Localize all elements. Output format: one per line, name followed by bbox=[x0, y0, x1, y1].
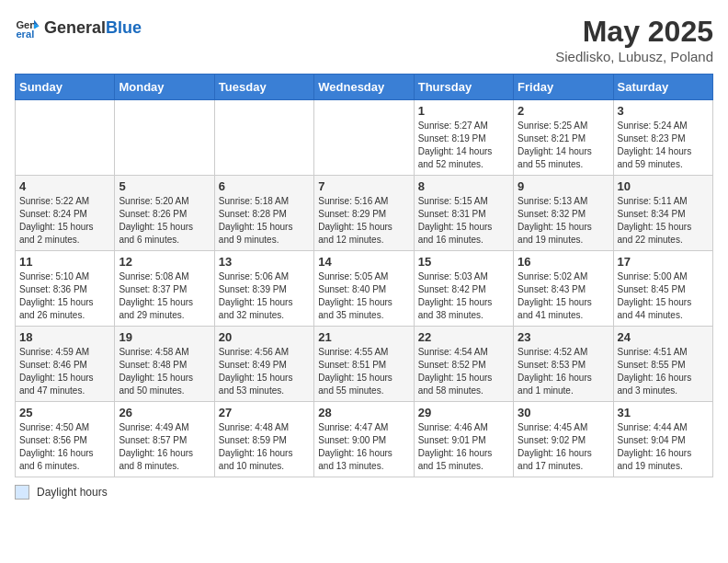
calendar-week-row: 4 Sunrise: 5:22 AMSunset: 8:24 PMDayligh… bbox=[16, 176, 713, 251]
table-row: 2 Sunrise: 5:25 AMSunset: 8:21 PMDayligh… bbox=[514, 100, 613, 176]
header-saturday: Saturday bbox=[613, 75, 712, 100]
day-info: Sunrise: 5:15 AMSunset: 8:31 PMDaylight:… bbox=[418, 195, 509, 247]
day-number: 1 bbox=[418, 104, 509, 118]
table-row: 8 Sunrise: 5:15 AMSunset: 8:31 PMDayligh… bbox=[414, 176, 513, 251]
svg-text:eral: eral bbox=[16, 29, 34, 40]
legend-box bbox=[15, 485, 29, 500]
table-row: 9 Sunrise: 5:13 AMSunset: 8:32 PMDayligh… bbox=[514, 176, 613, 251]
table-row: 19 Sunrise: 4:58 AMSunset: 8:48 PMDaylig… bbox=[115, 327, 214, 402]
table-row bbox=[214, 100, 313, 176]
footer: Daylight hours bbox=[15, 485, 713, 500]
header-friday: Friday bbox=[514, 75, 613, 100]
table-row bbox=[314, 100, 414, 176]
day-info: Sunrise: 5:08 AMSunset: 8:37 PMDaylight:… bbox=[119, 270, 210, 322]
day-info: Sunrise: 5:24 AMSunset: 8:23 PMDaylight:… bbox=[618, 120, 709, 171]
table-row: 27 Sunrise: 4:48 AMSunset: 8:59 PMDaylig… bbox=[214, 402, 313, 477]
table-row: 17 Sunrise: 5:00 AMSunset: 8:45 PMDaylig… bbox=[613, 251, 712, 327]
day-number: 18 bbox=[19, 330, 110, 344]
day-number: 10 bbox=[618, 179, 709, 193]
table-row: 6 Sunrise: 5:18 AMSunset: 8:28 PMDayligh… bbox=[214, 176, 313, 251]
day-number: 30 bbox=[518, 406, 609, 419]
table-row bbox=[16, 100, 115, 176]
table-row: 11 Sunrise: 5:10 AMSunset: 8:36 PMDaylig… bbox=[16, 251, 115, 327]
logo-general: General bbox=[44, 18, 106, 37]
calendar-table: Sunday Monday Tuesday Wednesday Thursday… bbox=[15, 74, 713, 477]
header-tuesday: Tuesday bbox=[214, 75, 313, 100]
table-row: 20 Sunrise: 4:56 AMSunset: 8:49 PMDaylig… bbox=[214, 327, 313, 402]
table-row: 26 Sunrise: 4:49 AMSunset: 8:57 PMDaylig… bbox=[115, 402, 214, 477]
day-number: 28 bbox=[318, 406, 409, 419]
calendar-week-row: 11 Sunrise: 5:10 AMSunset: 8:36 PMDaylig… bbox=[16, 251, 713, 327]
table-row: 24 Sunrise: 4:51 AMSunset: 8:55 PMDaylig… bbox=[613, 327, 712, 402]
logo-icon: Gen eral bbox=[15, 15, 40, 40]
logo-blue: Blue bbox=[106, 18, 142, 37]
day-info: Sunrise: 5:00 AMSunset: 8:45 PMDaylight:… bbox=[618, 270, 709, 322]
day-number: 11 bbox=[19, 255, 110, 269]
table-row: 25 Sunrise: 4:50 AMSunset: 8:56 PMDaylig… bbox=[16, 402, 115, 477]
day-number: 31 bbox=[618, 406, 709, 419]
day-number: 14 bbox=[318, 255, 409, 269]
logo-text: GeneralBlue bbox=[44, 19, 142, 36]
table-row: 7 Sunrise: 5:16 AMSunset: 8:29 PMDayligh… bbox=[314, 176, 414, 251]
header-wednesday: Wednesday bbox=[314, 75, 414, 100]
day-number: 23 bbox=[518, 330, 609, 344]
day-number: 24 bbox=[618, 330, 709, 344]
day-info: Sunrise: 5:11 AMSunset: 8:34 PMDaylight:… bbox=[618, 195, 709, 247]
calendar-week-row: 1 Sunrise: 5:27 AMSunset: 8:19 PMDayligh… bbox=[16, 100, 713, 176]
day-info: Sunrise: 4:56 AMSunset: 8:49 PMDaylight:… bbox=[219, 346, 310, 397]
logo: Gen eral GeneralBlue bbox=[15, 15, 142, 40]
day-number: 27 bbox=[219, 406, 310, 419]
day-number: 21 bbox=[318, 330, 409, 344]
day-info: Sunrise: 5:25 AMSunset: 8:21 PMDaylight:… bbox=[518, 120, 609, 171]
day-info: Sunrise: 5:16 AMSunset: 8:29 PMDaylight:… bbox=[318, 195, 409, 247]
table-row: 29 Sunrise: 4:46 AMSunset: 9:01 PMDaylig… bbox=[414, 402, 513, 477]
day-info: Sunrise: 5:05 AMSunset: 8:40 PMDaylight:… bbox=[318, 270, 409, 322]
day-info: Sunrise: 4:50 AMSunset: 8:56 PMDaylight:… bbox=[19, 421, 110, 473]
day-info: Sunrise: 4:52 AMSunset: 8:53 PMDaylight:… bbox=[518, 346, 609, 397]
day-info: Sunrise: 4:51 AMSunset: 8:55 PMDaylight:… bbox=[618, 346, 709, 397]
day-info: Sunrise: 4:54 AMSunset: 8:52 PMDaylight:… bbox=[418, 346, 509, 397]
day-info: Sunrise: 4:48 AMSunset: 8:59 PMDaylight:… bbox=[219, 421, 310, 473]
calendar-week-row: 18 Sunrise: 4:59 AMSunset: 8:46 PMDaylig… bbox=[16, 327, 713, 402]
day-info: Sunrise: 4:55 AMSunset: 8:51 PMDaylight:… bbox=[318, 346, 409, 397]
day-number: 29 bbox=[418, 406, 509, 419]
day-number: 19 bbox=[119, 330, 210, 344]
day-info: Sunrise: 5:13 AMSunset: 8:32 PMDaylight:… bbox=[518, 195, 609, 247]
day-info: Sunrise: 4:58 AMSunset: 8:48 PMDaylight:… bbox=[119, 346, 210, 397]
day-info: Sunrise: 5:20 AMSunset: 8:26 PMDaylight:… bbox=[119, 195, 210, 247]
day-number: 9 bbox=[518, 179, 609, 193]
day-info: Sunrise: 5:22 AMSunset: 8:24 PMDaylight:… bbox=[19, 195, 110, 247]
day-info: Sunrise: 5:18 AMSunset: 8:28 PMDaylight:… bbox=[219, 195, 310, 247]
calendar-week-row: 25 Sunrise: 4:50 AMSunset: 8:56 PMDaylig… bbox=[16, 402, 713, 477]
table-row: 10 Sunrise: 5:11 AMSunset: 8:34 PMDaylig… bbox=[613, 176, 712, 251]
header-thursday: Thursday bbox=[414, 75, 513, 100]
calendar-title: May 2025 bbox=[555, 15, 713, 49]
day-number: 13 bbox=[219, 255, 310, 269]
day-info: Sunrise: 5:02 AMSunset: 8:43 PMDaylight:… bbox=[518, 270, 609, 322]
legend-label: Daylight hours bbox=[37, 486, 108, 499]
day-info: Sunrise: 5:06 AMSunset: 8:39 PMDaylight:… bbox=[219, 270, 310, 322]
day-number: 15 bbox=[418, 255, 509, 269]
day-number: 2 bbox=[518, 104, 609, 118]
day-number: 12 bbox=[119, 255, 210, 269]
day-number: 22 bbox=[418, 330, 509, 344]
table-row: 18 Sunrise: 4:59 AMSunset: 8:46 PMDaylig… bbox=[16, 327, 115, 402]
day-number: 25 bbox=[19, 406, 110, 419]
day-number: 17 bbox=[618, 255, 709, 269]
day-number: 16 bbox=[518, 255, 609, 269]
table-row: 12 Sunrise: 5:08 AMSunset: 8:37 PMDaylig… bbox=[115, 251, 214, 327]
day-number: 3 bbox=[618, 104, 709, 118]
day-number: 26 bbox=[119, 406, 210, 419]
day-info: Sunrise: 4:59 AMSunset: 8:46 PMDaylight:… bbox=[19, 346, 110, 397]
table-row: 15 Sunrise: 5:03 AMSunset: 8:42 PMDaylig… bbox=[414, 251, 513, 327]
table-row: 13 Sunrise: 5:06 AMSunset: 8:39 PMDaylig… bbox=[214, 251, 313, 327]
calendar-subtitle: Siedlisko, Lubusz, Poland bbox=[555, 49, 713, 64]
day-info: Sunrise: 4:47 AMSunset: 9:00 PMDaylight:… bbox=[318, 421, 409, 473]
table-row: 28 Sunrise: 4:47 AMSunset: 9:00 PMDaylig… bbox=[314, 402, 414, 477]
table-row: 1 Sunrise: 5:27 AMSunset: 8:19 PMDayligh… bbox=[414, 100, 513, 176]
table-row: 23 Sunrise: 4:52 AMSunset: 8:53 PMDaylig… bbox=[514, 327, 613, 402]
day-info: Sunrise: 5:03 AMSunset: 8:42 PMDaylight:… bbox=[418, 270, 509, 322]
day-info: Sunrise: 4:49 AMSunset: 8:57 PMDaylight:… bbox=[119, 421, 210, 473]
day-number: 7 bbox=[318, 179, 409, 193]
table-row: 14 Sunrise: 5:05 AMSunset: 8:40 PMDaylig… bbox=[314, 251, 414, 327]
